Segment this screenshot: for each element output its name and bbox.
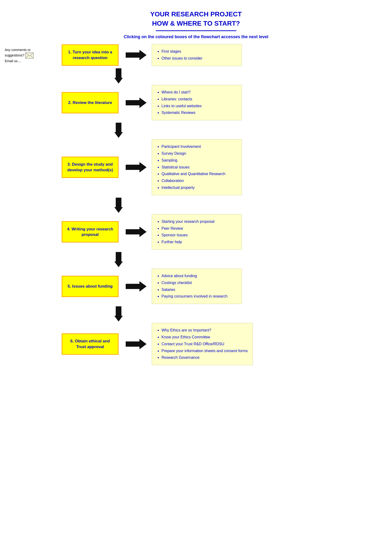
- bullet-item-6-3[interactable]: Contact your Trust R&D Office/RDSU: [162, 341, 248, 348]
- bullet-item-4-4[interactable]: Further help: [162, 239, 237, 246]
- bullet-list-3: Participant InvolvementSurvey DesignSamp…: [157, 143, 237, 191]
- bullet-panel-2: Where do I start?Libraries: contactsLink…: [152, 85, 242, 120]
- bullet-item-3-1[interactable]: Participant Involvement: [162, 143, 237, 150]
- page-container: YOUR RESEARCH PROJECT HOW & WHERE TO STA…: [0, 0, 392, 375]
- arrow-down-shape-3: [114, 198, 123, 212]
- bullet-item-1-1[interactable]: First stages: [162, 48, 237, 55]
- comment-text2: suggestions?: [5, 53, 24, 57]
- header-subtitle: Clicking on the coloured boxes of the fl…: [14, 34, 378, 39]
- page-title: YOUR RESEARCH PROJECT HOW & WHERE TO STA…: [14, 9, 378, 28]
- bullet-list-6: Why Ethics are so Important?Know your Et…: [157, 327, 248, 361]
- email-icon[interactable]: [25, 52, 34, 58]
- bullet-item-6-2[interactable]: Know your Ethics Committee: [162, 334, 248, 341]
- step-label-5: 5. Issues about funding: [68, 284, 113, 289]
- comment-text1: Any comments or: [5, 48, 31, 52]
- step-label-4: 4. Writing your research proposal: [65, 226, 115, 238]
- bullet-item-3-3[interactable]: Sampling: [162, 157, 237, 164]
- bullet-item-5-1[interactable]: Advice about funding: [162, 273, 237, 279]
- flow-row-3: 3. Design the study and develop your met…: [62, 139, 378, 195]
- header: YOUR RESEARCH PROJECT HOW & WHERE TO STA…: [14, 9, 378, 39]
- step-box-5[interactable]: 5. Issues about funding: [62, 276, 119, 297]
- step-label-6: 6. Obtain ethical and Trust approval: [65, 338, 115, 350]
- bullet-item-4-3[interactable]: Sponsor Issues: [162, 232, 237, 239]
- bullet-panel-1: First stagesOther issues to consider: [152, 44, 242, 66]
- arrow-down-container-5: [90, 304, 147, 323]
- arrow-down-container-4: [90, 250, 147, 269]
- bullet-item-5-4[interactable]: Paying consumers involved in research: [162, 293, 237, 300]
- step-box-2[interactable]: 2. Review the literature: [62, 92, 119, 113]
- arrow-down-container-1: [90, 66, 147, 85]
- bullet-item-2-3[interactable]: Links to useful websites: [162, 103, 237, 110]
- bullet-item-6-5[interactable]: Research Governance: [162, 354, 248, 361]
- arrow-down-shape-1: [114, 68, 123, 83]
- flow-row-4: 4. Writing your research proposalStartin…: [62, 214, 378, 250]
- comment-box: Any comments or suggestions? Email us...…: [5, 47, 43, 64]
- flow-row-1: 1. Turn your idea into a research questi…: [62, 44, 378, 66]
- bullet-item-2-2[interactable]: Libraries: contacts: [162, 96, 237, 103]
- arrow-down-container-2: [90, 120, 147, 139]
- step-label-2: 2. Review the literature: [68, 100, 112, 106]
- bullet-list-5: Advice about fundingCostings checklistSa…: [157, 273, 237, 300]
- comment-text3: Email us....: [5, 59, 21, 63]
- bullet-item-3-4[interactable]: Statistical issues: [162, 164, 237, 171]
- step-box-1[interactable]: 1. Turn your idea into a research questi…: [62, 44, 119, 66]
- bullet-item-5-2[interactable]: Costings checklist: [162, 279, 237, 286]
- step-box-3[interactable]: 3. Design the study and develop your met…: [62, 157, 119, 178]
- bullet-item-1-2[interactable]: Other issues to consider: [162, 55, 237, 62]
- bullet-item-3-7[interactable]: Intellectual property: [162, 184, 237, 191]
- bullet-panel-5: Advice about fundingCostings checklistSa…: [152, 269, 242, 304]
- bullet-list-4: Starting your research proposalPeer Revi…: [157, 218, 237, 246]
- arrow-down-container-3: [90, 195, 147, 214]
- step-box-6[interactable]: 6. Obtain ethical and Trust approval: [62, 333, 119, 355]
- step-box-4[interactable]: 4. Writing your research proposal: [62, 221, 119, 242]
- bullet-item-3-6[interactable]: Collaboration: [162, 177, 237, 184]
- arrow-down-shape-5: [114, 306, 123, 321]
- flow-row-5: 5. Issues about fundingAdvice about fund…: [62, 269, 378, 304]
- bullet-panel-3: Participant InvolvementSurvey DesignSamp…: [152, 139, 242, 195]
- arrow-down-shape-4: [114, 252, 123, 266]
- flow-row-6: 6. Obtain ethical and Trust approvalWhy …: [62, 323, 378, 365]
- bullet-list-2: Where do I start?Libraries: contactsLink…: [157, 89, 237, 116]
- bullet-panel-6: Why Ethics are so Important?Know your Et…: [152, 323, 253, 365]
- step-label-1: 1. Turn your idea into a research questi…: [65, 49, 115, 61]
- bullet-item-4-2[interactable]: Peer Review: [162, 225, 237, 232]
- flow-row-2: 2. Review the literatureWhere do I start…: [62, 85, 378, 120]
- bullet-item-6-1[interactable]: Why Ethics are so Important?: [162, 327, 248, 334]
- arrow-down-shape-2: [114, 123, 123, 137]
- bullet-item-3-2[interactable]: Survey Design: [162, 150, 237, 157]
- header-divider: [156, 30, 236, 31]
- bullet-item-3-5[interactable]: Qualitative and Quantitative Research: [162, 171, 237, 177]
- bullet-item-4-1[interactable]: Starting your research proposal: [162, 218, 237, 225]
- bullet-item-2-1[interactable]: Where do I start?: [162, 89, 237, 96]
- bullet-list-1: First stagesOther issues to consider: [157, 48, 237, 62]
- bullet-item-6-4[interactable]: Prepare your information sheets and cons…: [162, 348, 248, 355]
- bullet-item-5-3[interactable]: Salaries: [162, 286, 237, 293]
- step-label-3: 3. Design the study and develop your met…: [65, 161, 115, 173]
- main-content: 1. Turn your idea into a research questi…: [62, 44, 378, 365]
- bullet-item-2-4[interactable]: Systematic Reviews: [162, 110, 237, 116]
- bullet-panel-4: Starting your research proposalPeer Revi…: [152, 214, 242, 250]
